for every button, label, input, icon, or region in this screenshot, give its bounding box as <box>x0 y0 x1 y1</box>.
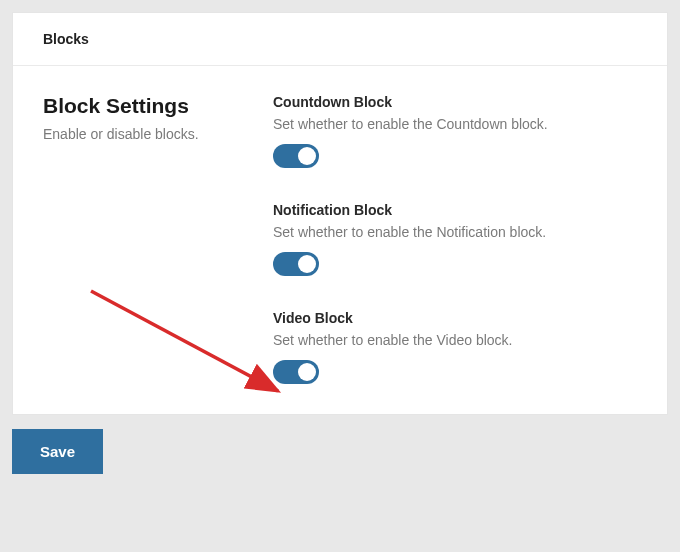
setting-countdown-title: Countdown Block <box>273 94 637 110</box>
setting-countdown: Countdown Block Set whether to enable th… <box>273 94 637 168</box>
setting-notification-desc: Set whether to enable the Notification b… <box>273 224 637 240</box>
section-subtitle: Enable or disable blocks. <box>43 126 273 142</box>
setting-video-desc: Set whether to enable the Video block. <box>273 332 637 348</box>
toggle-knob <box>298 363 316 381</box>
toggle-knob <box>298 147 316 165</box>
section-heading: Block Settings <box>43 94 273 118</box>
setting-notification: Notification Block Set whether to enable… <box>273 202 637 276</box>
toggle-knob <box>298 255 316 273</box>
save-button[interactable]: Save <box>12 429 103 474</box>
panel-title: Blocks <box>43 31 637 47</box>
panel-body: Block Settings Enable or disable blocks.… <box>13 66 667 414</box>
setting-countdown-desc: Set whether to enable the Countdown bloc… <box>273 116 637 132</box>
setting-video-title: Video Block <box>273 310 637 326</box>
panel-header: Blocks <box>13 13 667 66</box>
toggle-notification[interactable] <box>273 252 319 276</box>
toggle-countdown[interactable] <box>273 144 319 168</box>
toggle-video[interactable] <box>273 360 319 384</box>
blocks-panel: Blocks Block Settings Enable or disable … <box>12 12 668 415</box>
setting-notification-title: Notification Block <box>273 202 637 218</box>
setting-video: Video Block Set whether to enable the Vi… <box>273 310 637 384</box>
settings-list: Countdown Block Set whether to enable th… <box>273 94 637 384</box>
section-info: Block Settings Enable or disable blocks. <box>43 94 273 384</box>
